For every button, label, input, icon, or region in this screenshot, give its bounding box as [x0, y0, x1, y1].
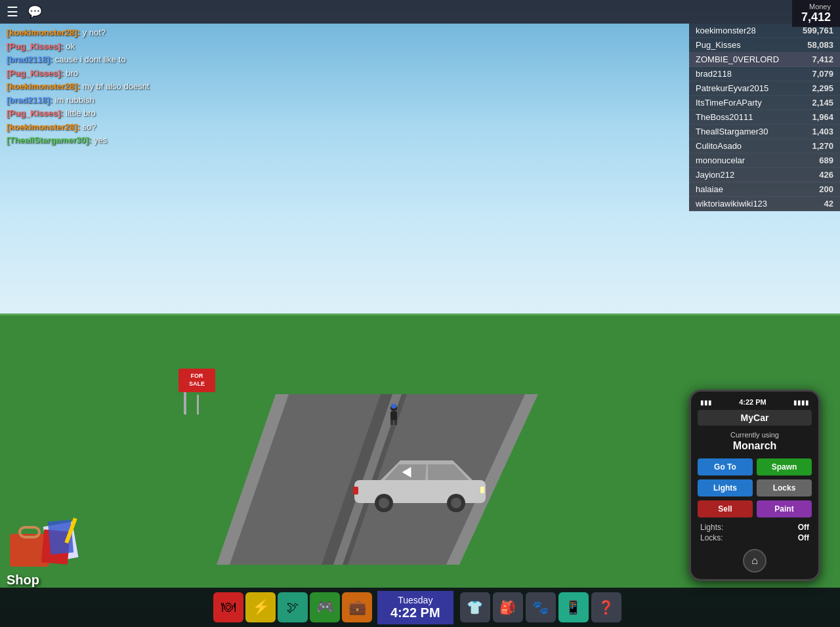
- lb-score: 200: [819, 184, 833, 194]
- pets-icon[interactable]: 🐾: [526, 592, 556, 622]
- shop-button[interactable]: Shop: [7, 517, 85, 588]
- chat-username: [TheallStargamer30]:: [7, 135, 91, 145]
- lights-button[interactable]: Lights: [698, 479, 753, 496]
- chat-text: yes: [91, 135, 107, 145]
- phone-status-bar: ▮▮▮ 4:22 PM ▮▮▮▮: [698, 398, 812, 406]
- time-display: 4:22 PM: [390, 605, 440, 620]
- lb-score: 689: [819, 155, 833, 165]
- chat-text: y not?: [80, 28, 106, 37]
- svg-rect-15: [394, 420, 397, 425]
- chat-message: [brad2118]: im rubbish: [7, 94, 217, 107]
- paint-button[interactable]: Paint: [757, 500, 812, 517]
- locks-value: Off: [798, 533, 809, 542]
- leaderboard-row: Jayion212426: [689, 168, 840, 182]
- svg-text:FOR: FOR: [191, 373, 203, 379]
- svg-rect-25: [480, 487, 484, 493]
- money-value: 7,412: [801, 10, 831, 24]
- mycar-panel: ▮▮▮ 4:22 PM ▮▮▮▮ MyCar Currently using M…: [689, 390, 820, 581]
- svg-point-21: [379, 498, 389, 508]
- lb-score: 42: [824, 199, 833, 209]
- chat-message: [koekimonster28]: my bf also doesnt: [7, 80, 217, 93]
- chat-username: [Pug_Kisses]:: [7, 108, 64, 118]
- lb-name: Pug_Kisses: [696, 40, 807, 50]
- chat-message: [Pug_Kisses]: ok: [7, 40, 217, 53]
- leaderboard-row: mononucelar689: [689, 153, 840, 168]
- btn-row-1: Go To Spawn: [698, 458, 812, 475]
- backpack-icon[interactable]: 🎒: [493, 592, 523, 622]
- svg-rect-7: [197, 395, 199, 415]
- lb-name: koekimonster28: [696, 26, 803, 35]
- sell-button[interactable]: Sell: [698, 500, 753, 517]
- day-display: Tuesday: [390, 595, 440, 605]
- lb-score: 599,761: [803, 26, 833, 35]
- quickbar-food[interactable]: 🍽: [213, 592, 243, 622]
- phone-time: 4:22 PM: [739, 398, 766, 406]
- clothing-icon[interactable]: 👕: [460, 592, 490, 622]
- lb-score: 1,964: [812, 112, 833, 122]
- mycar-title: MyCar: [698, 410, 812, 426]
- chat-panel: [koekimonster28]: y not?[Pug_Kisses]: ok…: [7, 26, 217, 148]
- svg-text:SALE: SALE: [189, 380, 205, 387]
- quickbar-energy[interactable]: ⚡: [245, 592, 276, 622]
- goto-button[interactable]: Go To: [698, 458, 753, 475]
- chat-username: [brad2118]:: [7, 95, 52, 105]
- chat-message: [koekimonster28]: so?: [7, 121, 217, 134]
- quickbar-gamepad[interactable]: 🎮: [310, 592, 340, 622]
- lb-name: ItsTimeForAParty: [696, 98, 812, 108]
- taskbar: 🍽 ⚡ 🕊 🎮 💼 Tuesday 4:22 PM 👕 🎒 🐾 📱 ❓: [0, 588, 840, 627]
- spawn-button[interactable]: Spawn: [757, 458, 812, 475]
- chat-username: [koekimonster28]:: [7, 28, 80, 37]
- leaderboard-row: brad21187,079: [689, 67, 840, 81]
- chat-text: so?: [80, 122, 96, 132]
- leaderboard-row: Pug_Kisses58,083: [689, 38, 840, 52]
- leaderboard-row: ZOMBIE_0VERLORD7,412: [689, 52, 840, 67]
- lb-score: 7,412: [812, 54, 833, 64]
- chat-username: [koekimonster28]:: [7, 122, 80, 132]
- svg-rect-16: [354, 480, 486, 503]
- chat-icon[interactable]: 💬: [28, 5, 42, 19]
- menu-icon[interactable]: ☰: [7, 4, 18, 20]
- lb-score: 2,145: [812, 98, 833, 108]
- locks-button[interactable]: Locks: [757, 479, 812, 496]
- chat-text: little bro: [64, 108, 96, 118]
- lb-name: Jayion212: [696, 170, 819, 180]
- car-name: Monarch: [698, 440, 812, 452]
- lb-name: TheallStargamer30: [696, 127, 812, 136]
- quickbar-bird[interactable]: 🕊: [278, 592, 308, 622]
- lb-name: TheBoss20111: [696, 112, 812, 122]
- svg-point-23: [451, 498, 461, 508]
- quickbar-bag[interactable]: 💼: [342, 592, 372, 622]
- lb-name: mononucelar: [696, 155, 819, 165]
- datetime-display: Tuesday 4:22 PM: [377, 591, 453, 624]
- chat-text: my bf also doesnt: [80, 81, 150, 91]
- help-icon[interactable]: ❓: [591, 592, 621, 622]
- chat-text: cause i dont like to: [52, 54, 125, 64]
- chat-message: [brad2118]: cause i dont like to: [7, 53, 217, 66]
- svg-rect-24: [353, 487, 358, 495]
- lb-name: ZOMBIE_0VERLORD: [696, 54, 812, 64]
- chat-text: ok: [64, 41, 75, 51]
- for-sale-sign: FOR SALE: [177, 362, 217, 417]
- player-character: [387, 404, 400, 424]
- money-display: Money 7,412: [792, 0, 840, 27]
- shop-label: Shop: [7, 573, 85, 588]
- leaderboard-row: TheBoss201111,964: [689, 110, 840, 125]
- btn-row-2: Lights Locks: [698, 479, 812, 496]
- lb-name: halaiae: [696, 184, 819, 194]
- lb-name: CulitoAsado: [696, 141, 812, 151]
- chat-text: im rubbish: [52, 95, 94, 105]
- chat-username: [brad2118]:: [7, 54, 52, 64]
- leaderboard-row: wiktoriawikiwiki12342: [689, 197, 840, 211]
- shop-icon: [7, 517, 79, 570]
- phone-icon[interactable]: 📱: [558, 592, 589, 622]
- lights-value: Off: [798, 523, 809, 532]
- leaderboard-row: PatrekurEyvar20152,295: [689, 81, 840, 96]
- lights-info-row: Lights: Off: [700, 523, 809, 532]
- quickbar: 🍽 ⚡ 🕊 🎮 💼: [213, 592, 372, 622]
- chat-username: [Pug_Kisses]:: [7, 68, 64, 78]
- locks-label: Locks:: [700, 533, 723, 542]
- chat-username: [Pug_Kisses]:: [7, 41, 64, 51]
- phone-home-button[interactable]: ⌂: [743, 549, 766, 573]
- lights-label: Lights:: [700, 523, 723, 532]
- locks-info-row: Locks: Off: [700, 533, 809, 542]
